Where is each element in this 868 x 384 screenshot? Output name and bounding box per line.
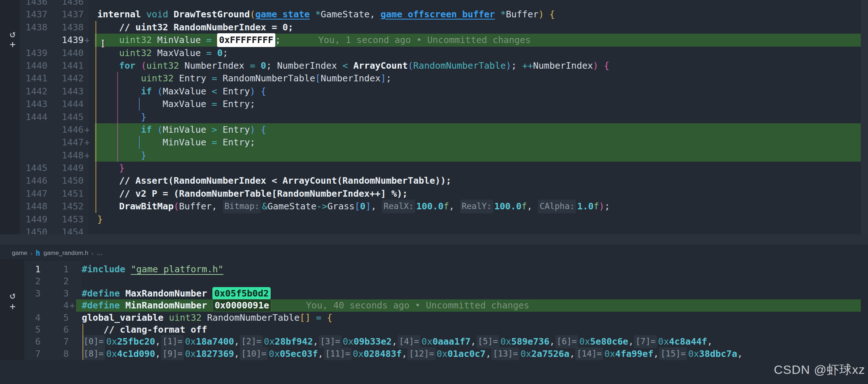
- line-number-old[interactable]: 1440: [0, 59, 47, 72]
- code-row[interactable]: 14391440 uint32 MaxValue = 0;: [0, 47, 861, 59]
- code-row[interactable]: 22: [0, 275, 861, 287]
- code-row[interactable]: 14501454: [0, 226, 861, 234]
- line-number-new[interactable]: 1440: [47, 47, 84, 59]
- line-number-old[interactable]: 1448: [0, 200, 47, 213]
- code-row[interactable]: 1439+ uint32 MinValue = 0xFFFFFFFF;You, …: [0, 34, 861, 46]
- code-content[interactable]: [95, 226, 861, 234]
- code-row[interactable]: 4+#define MinRandomNumber 0x0000091eYou,…: [0, 299, 861, 311]
- code-row[interactable]: 1447+ MinValue = Entry;: [0, 136, 861, 149]
- code-content[interactable]: // v2 P = (RandomNumberTable[RandomNumbe…: [95, 187, 861, 200]
- line-number-old[interactable]: 1437: [0, 8, 47, 21]
- line-number-new[interactable]: 1447: [47, 136, 84, 149]
- code-row[interactable]: 14401441 for (uint32 NumberIndex = 0; Nu…: [0, 59, 861, 72]
- code-content[interactable]: #include "game_platform.h": [76, 263, 861, 275]
- diff-editor-top-pane[interactable]: 1436143614371437internal void DrawTestGr…: [0, 0, 868, 234]
- code-row[interactable]: 14371437internal void DrawTestGround(gam…: [0, 8, 861, 21]
- breadcrumb-file[interactable]: game_random.h: [43, 249, 88, 257]
- line-number-new[interactable]: 1439: [47, 34, 84, 46]
- code-row[interactable]: 11#include "game_platform.h": [0, 263, 861, 275]
- code-content[interactable]: uint32 MaxValue = 0;: [95, 47, 861, 59]
- line-number-new[interactable]: 2: [41, 275, 69, 287]
- line-number-new[interactable]: 5: [41, 312, 69, 324]
- line-number-old[interactable]: 1444: [0, 111, 47, 123]
- code-row[interactable]: 14481452 DrawBitMap(Buffer, Bitmap:&Game…: [0, 200, 861, 213]
- stage-change-button[interactable]: +: [7, 301, 18, 311]
- code-row[interactable]: 56 // clang-format off: [0, 324, 861, 336]
- line-number-old[interactable]: 1436: [0, 0, 47, 8]
- line-number-new[interactable]: 6: [41, 324, 69, 336]
- line-number-new[interactable]: 1444: [47, 98, 84, 110]
- line-number-old[interactable]: 1443: [0, 98, 47, 110]
- code-content[interactable]: for (uint32 NumberIndex = 0; NumberIndex…: [95, 59, 861, 72]
- code-content[interactable]: uint32 MinValue = 0xFFFFFFFF;You, 1 seco…: [95, 34, 861, 46]
- code-content[interactable]: global_variable uint32 RandomNumberTable…: [76, 312, 861, 324]
- line-number-new[interactable]: 1: [41, 263, 69, 275]
- line-number-new[interactable]: 1451: [47, 187, 84, 200]
- stage-change-button[interactable]: +: [7, 39, 18, 49]
- discard-change-button[interactable]: ↺: [7, 290, 18, 300]
- code-row[interactable]: 14381438 // uint32 RandomNumberIndex = 0…: [0, 21, 861, 34]
- pane-separator[interactable]: [0, 234, 868, 245]
- code-row[interactable]: 14361436: [0, 0, 861, 8]
- line-number-new[interactable]: 1452: [47, 200, 84, 213]
- code-row[interactable]: 14471451 // v2 P = (RandomNumberTable[Ra…: [0, 187, 861, 200]
- line-number-new[interactable]: 8: [41, 348, 69, 360]
- scrollbar-track[interactable]: [861, 0, 868, 234]
- code-row[interactable]: 67[0]=0x25fbc20,[1]=0x18a7400,[2]=0x28bf…: [0, 336, 861, 347]
- line-number-old[interactable]: 1442: [0, 85, 47, 98]
- code-content[interactable]: internal void DrawTestGround(game_state …: [95, 8, 861, 21]
- code-content[interactable]: // clang-format off: [76, 324, 861, 336]
- code-content[interactable]: // uint32 RandomNumberIndex = 0;: [95, 21, 861, 34]
- code-row[interactable]: 33#define MaxRandomNumber 0x05f5b0d2: [0, 287, 861, 299]
- line-number-new[interactable]: 1446: [47, 123, 84, 136]
- line-number-old[interactable]: 1: [0, 263, 41, 275]
- line-number-new[interactable]: 3: [41, 287, 69, 299]
- line-number-old[interactable]: 1441: [0, 72, 47, 85]
- line-number-new[interactable]: 1449: [47, 162, 84, 174]
- code-content[interactable]: [8]=0x4c1d090,[9]=0x1827369,[10]=0x05ec0…: [76, 348, 861, 360]
- code-row[interactable]: 78[8]=0x4c1d090,[9]=0x1827369,[10]=0x05e…: [0, 348, 861, 360]
- code-content[interactable]: uint32 Entry = RandomNumberTable[NumberI…: [95, 72, 861, 85]
- discard-change-button[interactable]: ↺: [7, 29, 18, 39]
- code-content[interactable]: [76, 275, 861, 287]
- line-number-old[interactable]: 1449: [0, 213, 47, 226]
- line-number-new[interactable]: 1450: [47, 174, 84, 187]
- code-content[interactable]: #define MinRandomNumber 0x0000091eYou, 4…: [76, 299, 861, 311]
- line-number-new[interactable]: 1442: [47, 72, 84, 85]
- breadcrumb-symbol-more[interactable]: …: [97, 249, 103, 257]
- editor-bottom-pane[interactable]: 11#include "game_platform.h"2233#define …: [0, 245, 868, 384]
- line-number-old[interactable]: 7: [0, 348, 41, 360]
- code-row[interactable]: 1448+ }: [0, 149, 861, 162]
- code-row[interactable]: 14421443 if (MaxValue < Entry) {: [0, 85, 861, 98]
- line-number-old[interactable]: 1446: [0, 174, 47, 187]
- code-content[interactable]: if (MaxValue < Entry) {: [95, 85, 861, 98]
- line-number-new[interactable]: 1448: [47, 149, 84, 162]
- line-number-new[interactable]: 1445: [47, 111, 84, 123]
- code-row[interactable]: 14451449 }: [0, 162, 861, 174]
- line-number-new[interactable]: 4: [41, 299, 69, 311]
- code-row[interactable]: 14441445 }: [0, 111, 861, 123]
- line-number-old[interactable]: 6: [0, 336, 41, 347]
- line-number-new[interactable]: 1436: [47, 0, 84, 8]
- line-number-old[interactable]: 1447: [0, 187, 47, 200]
- code-content[interactable]: MaxValue = Entry;: [95, 98, 861, 110]
- line-number-old[interactable]: 5: [0, 324, 41, 336]
- code-content[interactable]: MinValue = Entry;: [95, 136, 861, 149]
- code-content[interactable]: DrawBitMap(Buffer, Bitmap:&GameState->Gr…: [95, 200, 861, 213]
- breadcrumb-folder[interactable]: game: [12, 249, 27, 257]
- code-content[interactable]: #define MaxRandomNumber 0x05f5b0d2: [76, 287, 861, 299]
- line-number-old[interactable]: 3: [0, 287, 41, 299]
- code-row[interactable]: 14461450 // Assert(RandomNumberIndex < A…: [0, 174, 861, 187]
- line-number-new[interactable]: 1453: [47, 213, 84, 226]
- line-number-new[interactable]: 7: [41, 336, 69, 347]
- code-row[interactable]: 14491453}: [0, 213, 861, 226]
- line-number-old[interactable]: 2: [0, 275, 41, 287]
- code-row[interactable]: 14411442 uint32 Entry = RandomNumberTabl…: [0, 72, 861, 85]
- line-number-old[interactable]: 1450: [0, 226, 47, 234]
- code-content[interactable]: [95, 0, 861, 8]
- line-number-new[interactable]: 1437: [47, 8, 84, 21]
- code-content[interactable]: }: [95, 213, 861, 226]
- code-content[interactable]: }: [95, 149, 861, 162]
- code-row[interactable]: 14431444 MaxValue = Entry;: [0, 98, 861, 110]
- line-number-new[interactable]: 1438: [47, 21, 84, 34]
